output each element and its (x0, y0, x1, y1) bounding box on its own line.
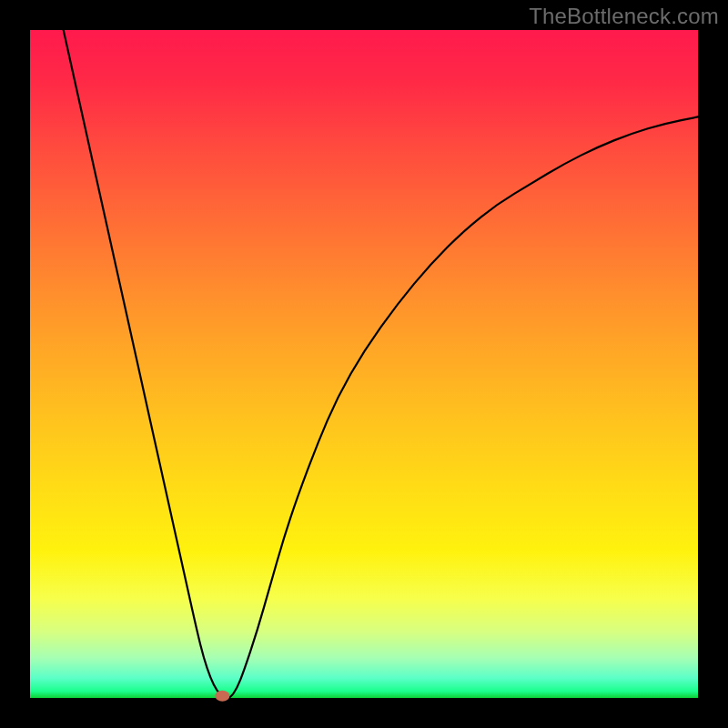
chart-svg (30, 30, 698, 698)
watermark-text: TheBottleneck.com (529, 4, 719, 29)
plot-area (30, 30, 698, 698)
chart-frame: TheBottleneck.com (0, 0, 728, 728)
minimum-marker (215, 691, 229, 702)
bottleneck-curve (64, 30, 698, 698)
